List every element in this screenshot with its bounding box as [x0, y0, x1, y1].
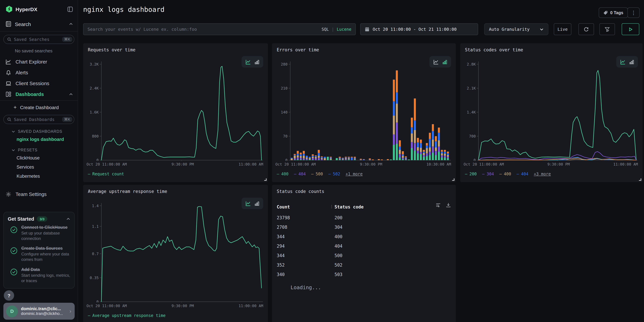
legend-item[interactable]: —304 [482, 172, 494, 176]
tags-button[interactable]: 0 Tags [599, 8, 628, 18]
requests-chart-canvas[interactable]: 08001.6K2.4K3.2K [88, 60, 263, 161]
granularity-select[interactable]: Auto Granularity [484, 23, 548, 35]
divider [0, 31, 78, 32]
event-search-input[interactable] [84, 27, 318, 32]
sql-toggle[interactable]: SQL [322, 27, 329, 32]
saved-searches-placeholder: Saved Searches [14, 37, 60, 42]
chevron-up-icon[interactable] [66, 217, 70, 221]
sidebar-link-clickhouse[interactable]: ClickHouse [0, 154, 78, 162]
presets-group-header[interactable]: PRESETS [0, 144, 78, 154]
sidebar-item-chart-explorer[interactable]: Chart Explorer [0, 56, 78, 67]
legend-item[interactable]: —404 [516, 172, 528, 176]
sidebar-item-client-sessions[interactable]: Client Sessions [0, 78, 78, 89]
no-saved-searches-label: No saved searches [0, 45, 78, 56]
resize-handle[interactable] [264, 178, 266, 181]
run-query-button[interactable] [622, 23, 639, 35]
sidebar-bottom: Get Started 3/3 Connect to ClickHouse Se… [4, 212, 75, 320]
table-row: 23798200 [277, 213, 451, 223]
loading-indicator: Loading... [290, 284, 321, 290]
legend-more-link[interactable]: +3 more [534, 172, 551, 176]
dashboard-menu-button[interactable]: ⋮ [628, 8, 640, 18]
user-menu[interactable]: D dominic.tran@clic... dominic.tran@clic… [4, 303, 75, 320]
table-row: 340503 [277, 270, 451, 280]
svg-text:0: 0 [96, 300, 99, 302]
legend-item[interactable]: —500 [311, 172, 323, 176]
live-button[interactable]: Live [554, 23, 571, 35]
errors-chart-canvas[interactable]: 070140210280 [277, 60, 451, 161]
get-started-step[interactable]: Connect to ClickHouse Set up your databa… [10, 225, 70, 242]
hyperdx-logo-icon [6, 6, 13, 13]
saved-dashboards-placeholder: Saved Dashboards [14, 117, 60, 122]
table-row: 352502 [277, 260, 451, 270]
refresh-button[interactable] [578, 23, 594, 35]
svg-text:2.8K: 2.8K [467, 62, 476, 66]
sidebar-link-kubernetes[interactable]: Kubernetes [0, 172, 78, 181]
sidebar-item-dashboards[interactable]: Dashboards [0, 89, 78, 100]
x-axis-label: Oct 20 11:00:00 AM [86, 304, 127, 308]
sidebar-item-label: Chart Explorer [16, 59, 73, 64]
sidebar: HyperDX Search Saved Searches ⌘K No save… [0, 0, 78, 322]
cell-count: 344 [277, 234, 285, 239]
column-header-count[interactable]: Count [277, 204, 290, 210]
search-icon [7, 117, 12, 122]
play-icon [628, 27, 633, 32]
cell-status-code: 502 [334, 260, 342, 270]
collapse-sidebar-icon[interactable] [67, 6, 73, 12]
x-axis-label: Oct 20 11:00:00 AM [275, 162, 316, 166]
query-language-toggle: SQL | Lucene [318, 27, 356, 32]
get-started-step[interactable]: Add Data Start sending logs, metrics, or… [10, 267, 70, 284]
saved-dashboards-group-header[interactable]: SAVED DASHBOARDS [0, 125, 78, 135]
search-icon [7, 37, 12, 42]
sidebar-link-nginx-logs-dashboard[interactable]: nginx logs dashboard [0, 135, 78, 144]
legend-item[interactable]: —Average upstream response time [88, 313, 166, 318]
legend-item[interactable]: —400 [500, 172, 511, 176]
chart-legend: —200—304—400—404+3 more [465, 172, 551, 176]
saved-searches-input[interactable]: Saved Searches ⌘K [4, 35, 74, 44]
main-content: nginx logs dashboard 0 Tags ⋮ SQL | Luce… [78, 0, 644, 322]
upstream-chart-canvas[interactable]: 00.350.71.11.4 [88, 201, 263, 302]
column-resize-handle[interactable]: ⋮ [330, 204, 334, 209]
chart-title: Errors over time [277, 47, 319, 52]
status-codes-chart-canvas[interactable]: 07001.4K2.1K2.8K [465, 60, 638, 161]
chart-legend: —400—404—500—502+1 more [277, 172, 363, 176]
search-section-label: Search [15, 21, 66, 27]
legend-item[interactable]: —404 [294, 172, 306, 176]
get-started-step[interactable]: Create Data Sources Configure where your… [10, 246, 70, 262]
tag-icon [603, 10, 608, 15]
legend-item[interactable]: —200 [465, 172, 477, 176]
panel-average-upstream-response-time: Average upstream response time 00.350.71… [83, 185, 268, 322]
sidebar-section-search[interactable]: Search [0, 16, 78, 30]
table-row: 344500 [277, 251, 451, 260]
saved-dashboards-input[interactable]: Saved Dashboards ⌘K [4, 115, 74, 124]
column-header-status-code[interactable]: Status code [334, 204, 364, 210]
legend-item[interactable]: —502 [328, 172, 340, 176]
legend-item[interactable]: —400 [277, 172, 288, 176]
filter-button[interactable] [600, 23, 615, 35]
sidebar-item-alerts[interactable]: Alerts [0, 67, 78, 78]
resize-handle[interactable] [452, 178, 454, 181]
cell-status-code: 304 [334, 223, 342, 232]
x-axis-label: 9:30:00 PM [547, 162, 570, 166]
date-range-picker[interactable]: Oct 20 11:00:00 - Oct 21 11:00:00 [360, 23, 478, 35]
event-search-box: SQL | Lucene [83, 23, 356, 35]
help-button[interactable]: ? [4, 290, 14, 301]
create-dashboard-button[interactable]: + Create Dashboard [0, 101, 78, 112]
panel-status-codes-over-time: Status codes over time 07001.4K2.1K2.8K … [460, 43, 643, 182]
logo-row: HyperDX [0, 0, 78, 16]
row-settings-icon[interactable] [436, 202, 441, 208]
legend-item[interactable]: —Request count [88, 172, 124, 176]
sidebar-item-team-settings[interactable]: Team Settings [0, 189, 78, 200]
svg-text:70: 70 [283, 134, 288, 138]
svg-text:2.4K: 2.4K [90, 86, 99, 90]
chevron-right-icon: › [70, 308, 71, 314]
download-icon[interactable] [446, 202, 451, 208]
lucene-toggle[interactable]: Lucene [337, 27, 352, 32]
svg-text:0: 0 [96, 158, 99, 161]
legend-more-link[interactable]: +1 more [346, 172, 362, 176]
sidebar-link-services[interactable]: Services [0, 162, 78, 172]
resize-handle[interactable] [639, 178, 641, 181]
cell-status-code: 404 [334, 242, 342, 251]
table-title: Status code counts [277, 189, 324, 194]
divider [0, 100, 78, 101]
chevron-up-icon [69, 22, 73, 26]
